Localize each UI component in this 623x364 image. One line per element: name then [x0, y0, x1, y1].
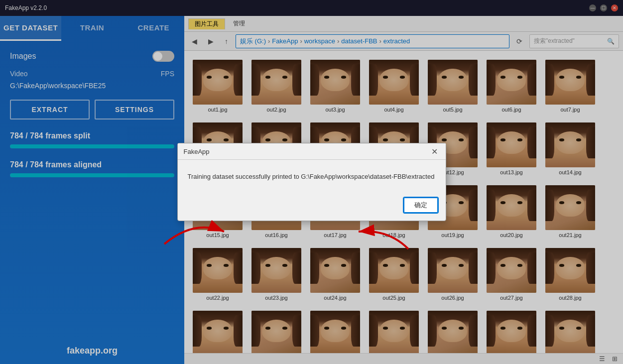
modal-message: Training dataset successfully printed to… [188, 173, 435, 180]
modal-overlay: FakeApp ✕ Training dataset successfully … [0, 0, 623, 364]
modal-dialog: FakeApp ✕ Training dataset successfully … [177, 143, 446, 221]
modal-close-button[interactable]: ✕ [430, 146, 440, 156]
modal-footer: 确定 [178, 194, 446, 221]
modal-ok-button[interactable]: 确定 [404, 198, 438, 213]
modal-title: FakeApp [184, 148, 210, 155]
modal-body: Training dataset successfully printed to… [178, 160, 446, 194]
modal-titlebar: FakeApp ✕ [178, 143, 446, 160]
